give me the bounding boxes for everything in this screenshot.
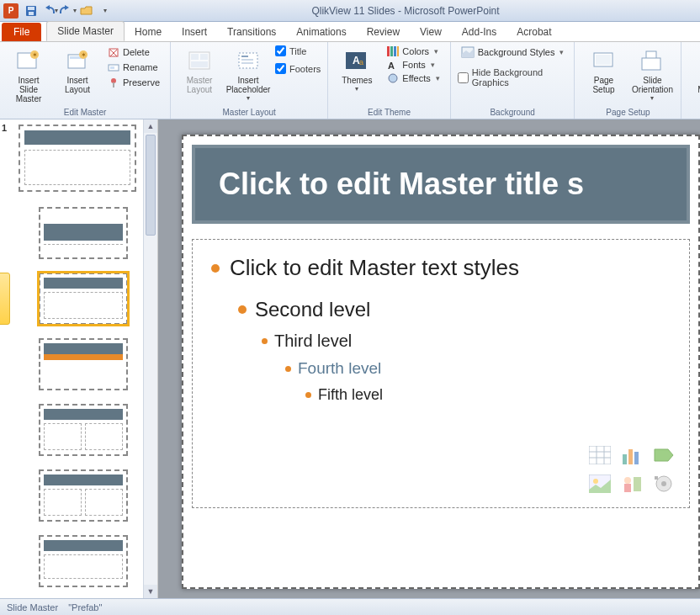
themes-button[interactable]: Aa Themes ▾	[335, 45, 379, 94]
insert-smartart-icon[interactable]	[650, 443, 677, 467]
tab-acrobat[interactable]: Acrobat	[506, 23, 561, 41]
ribbon-tabstrip: File Slide Master Home Insert Transition…	[0, 22, 700, 42]
bullet-level-4[interactable]: Fourth level	[285, 359, 671, 378]
slide-orientation-button[interactable]: Slide Orientation ▾	[630, 45, 674, 103]
svg-rect-18	[191, 54, 199, 60]
tab-slide-master[interactable]: Slide Master	[46, 21, 125, 41]
page-setup-button[interactable]: Page Setup	[581, 45, 625, 96]
tab-addins[interactable]: Add-Ins	[452, 23, 506, 41]
svg-rect-36	[596, 55, 611, 65]
slide-master-canvas[interactable]: Click to edit Master title s Click to ed…	[182, 135, 700, 589]
layout-thumbnail-selected[interactable]	[39, 273, 128, 325]
button-label: Insert Slide Master	[8, 76, 49, 103]
tab-home[interactable]: Home	[125, 23, 172, 41]
title-checkbox[interactable]: Title	[275, 45, 321, 56]
hide-background-checkbox[interactable]: Hide Background Graphics	[458, 67, 568, 87]
thumbnail-strip[interactable]: 1	[0, 119, 143, 598]
group-label: Master Layout	[222, 106, 275, 117]
insert-media-icon[interactable]	[650, 472, 677, 496]
dropdown-caret-icon[interactable]: ▾	[650, 94, 654, 102]
insert-slide-master-button[interactable]: ✶ Insert Slide Master	[7, 45, 50, 105]
svg-point-56	[661, 481, 666, 486]
layout-thumbnail[interactable]	[39, 535, 128, 587]
bullet-level-1[interactable]: Click to edit Master text styles	[211, 255, 671, 281]
button-label: Themes	[342, 76, 372, 85]
undo-icon	[41, 5, 55, 17]
bullet-icon	[238, 305, 247, 314]
colors-button[interactable]: Colors▾	[384, 45, 443, 57]
preserve-button[interactable]: Preserve	[104, 76, 163, 89]
qat-save[interactable]	[23, 3, 40, 19]
rename-button[interactable]: Rename	[104, 61, 163, 74]
ribbon: ✶ Insert Slide Master ✶ Insert Layout De…	[0, 42, 700, 119]
insert-layout-button[interactable]: ✶ Insert Layout	[56, 45, 99, 96]
svg-rect-31	[397, 46, 399, 56]
svg-rect-48	[628, 449, 633, 464]
insert-table-icon[interactable]	[586, 443, 613, 467]
redo-icon	[60, 5, 73, 17]
insert-clipart-icon[interactable]	[618, 472, 645, 496]
file-tab[interactable]: File	[2, 23, 41, 41]
delete-button[interactable]: Delete	[104, 45, 163, 59]
slide-canvas-area[interactable]: Click to edit Master title s Click to ed…	[158, 119, 700, 598]
qat-customize[interactable]: ▾	[97, 3, 114, 19]
layout-thumbnail[interactable]	[39, 469, 128, 522]
window-title: QlikView 11 Slides - Microsoft PowerPoin…	[114, 5, 697, 17]
scroll-down-icon[interactable]: ▼	[144, 585, 157, 598]
content-placeholder[interactable]: Click to edit Master text styles Second …	[192, 239, 690, 508]
bullet-icon	[262, 338, 268, 344]
qat-redo[interactable]: ▾	[60, 3, 77, 19]
close-master-button[interactable]: Clo Master	[688, 45, 700, 96]
scroll-up-icon[interactable]: ▲	[144, 119, 157, 133]
group-master-layout: Master Layout Insert Placeholder ▾ Title…	[171, 42, 328, 119]
bullet-level-2[interactable]: Second level	[238, 298, 671, 321]
background-styles-button[interactable]: Background Styles▾	[458, 45, 568, 59]
bullet-level-5[interactable]: Fifth level	[305, 386, 671, 404]
tab-animations[interactable]: Animations	[286, 23, 356, 41]
bullet-level-3[interactable]: Third level	[262, 331, 671, 351]
thumbnail-scrollbar[interactable]: ▲ ▼	[143, 119, 157, 598]
title-placeholder[interactable]: Click to edit Master title s	[192, 145, 690, 224]
dropdown-caret-icon[interactable]: ▾	[247, 94, 250, 102]
bullet-icon	[285, 366, 291, 372]
svg-rect-22	[241, 56, 248, 57]
fonts-button[interactable]: AFonts▾	[384, 59, 443, 71]
svg-rect-47	[623, 454, 627, 464]
svg-rect-2	[29, 12, 34, 15]
svg-rect-57	[655, 476, 658, 480]
group-page-setup: Page Setup Slide Orientation ▾ Page Setu…	[575, 42, 681, 119]
tab-review[interactable]: Review	[357, 23, 410, 41]
app-badge: P	[3, 3, 19, 19]
insert-placeholder-button[interactable]: Insert Placeholder ▾	[226, 45, 270, 103]
qat-undo[interactable]: ▾	[41, 3, 58, 19]
footers-checkbox[interactable]: Footers	[275, 63, 321, 74]
group-edit-master: ✶ Insert Slide Master ✶ Insert Layout De…	[0, 42, 171, 119]
tab-transitions[interactable]: Transitions	[217, 23, 286, 41]
layout-thumbnail[interactable]	[39, 404, 128, 456]
qat-open[interactable]	[78, 3, 95, 19]
svg-rect-16	[113, 82, 114, 87]
status-bar: Slide Master "Prefab"	[0, 598, 700, 615]
dropdown-caret-icon[interactable]: ▾	[355, 85, 358, 93]
insert-picture-icon[interactable]	[586, 472, 613, 496]
svg-text:a: a	[359, 58, 363, 66]
placeholder-icon	[236, 50, 261, 72]
scrollbar-thumb[interactable]	[146, 135, 156, 236]
svg-point-52	[624, 477, 631, 484]
main-area: 1 ▲ ▼ Click to edit Master title s	[0, 119, 700, 598]
svg-text:✶: ✶	[32, 51, 38, 59]
delete-icon	[108, 46, 119, 58]
master-number: 1	[2, 123, 7, 133]
background-styles-icon	[461, 46, 475, 58]
effects-button[interactable]: Effects▾	[384, 72, 443, 84]
master-thumbnail[interactable]	[19, 125, 136, 192]
tab-insert[interactable]: Insert	[172, 23, 217, 41]
insert-chart-icon[interactable]	[618, 443, 645, 467]
svg-rect-38	[642, 58, 660, 70]
tab-view[interactable]: View	[410, 23, 452, 41]
svg-rect-28	[387, 46, 390, 56]
dropdown-caret-icon[interactable]: ▾	[73, 7, 77, 14]
layout-thumbnail[interactable]	[39, 207, 128, 259]
layout-thumbnail[interactable]	[39, 338, 128, 390]
dropdown-caret-icon[interactable]: ▾	[55, 7, 58, 14]
